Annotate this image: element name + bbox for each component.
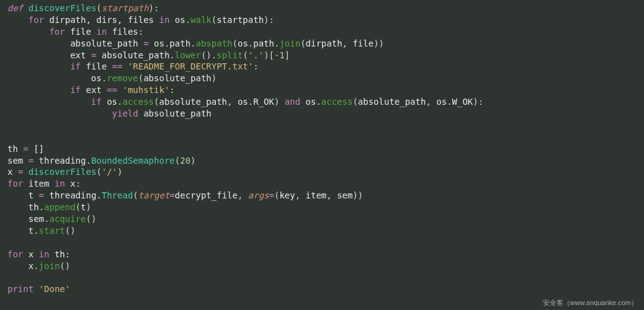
loop-var: item	[29, 179, 50, 188]
obj: x	[29, 261, 34, 271]
iterable: x	[70, 179, 75, 188]
src: absolute_path	[102, 50, 170, 60]
lhs: th	[7, 144, 18, 154]
module: os	[107, 97, 117, 107]
method-call: join	[279, 38, 300, 48]
attr: path	[253, 38, 274, 48]
string: '.'	[248, 50, 264, 60]
arg: dirpath	[306, 38, 342, 48]
arg: absolute_path	[159, 97, 227, 107]
method-call: access	[122, 97, 154, 107]
keyword-for: for	[7, 249, 23, 259]
obj: t	[29, 226, 34, 236]
op-eq: =	[29, 156, 34, 166]
lhs: ext	[86, 85, 101, 95]
arg: key	[279, 190, 295, 200]
method-call: abspath	[196, 38, 233, 48]
const: W_OK	[452, 97, 473, 107]
obj: th	[29, 202, 39, 212]
string: 'muhstik'	[122, 85, 169, 95]
keyword-and: and	[285, 97, 300, 107]
module: os	[154, 38, 164, 48]
lhs: x	[7, 167, 12, 177]
loop-var: file	[70, 27, 91, 37]
class-call: BoundedSemaphore	[91, 156, 175, 166]
keyword-for: for	[29, 15, 44, 25]
method-call: access	[321, 97, 353, 107]
module: os	[238, 97, 248, 107]
keyword-yield: yield	[112, 108, 138, 118]
arg: absolute_path	[143, 73, 212, 83]
module: os	[436, 97, 447, 107]
string: 'Done'	[39, 284, 71, 294]
obj: sem	[29, 214, 44, 224]
code-block: def discoverFiles(startpath): for dirpat…	[0, 0, 644, 295]
lhs: absolute_path	[70, 38, 138, 48]
function-name: discoverFiles	[29, 3, 97, 13]
method-call: split	[217, 50, 243, 60]
arg: sem	[337, 190, 352, 200]
number: -1	[274, 50, 285, 60]
value: absolute_path	[143, 108, 212, 118]
op-eqeq: ==	[107, 85, 117, 95]
iterable: th	[55, 249, 65, 259]
keyword-def: def	[7, 3, 23, 13]
method-call: remove	[107, 73, 138, 83]
func-call: discoverFiles	[29, 167, 97, 177]
lhs: file	[86, 61, 107, 71]
arg: file	[352, 38, 373, 48]
module: threading	[39, 156, 86, 166]
arg: item	[306, 190, 327, 200]
value: decrypt_file	[175, 190, 238, 200]
arg: t	[81, 202, 86, 212]
op-eq: =	[91, 50, 96, 60]
module: os	[91, 73, 102, 83]
const: R_OK	[253, 97, 274, 107]
iterable: files	[112, 27, 138, 37]
lhs: ext	[70, 50, 86, 60]
keyword-for: for	[49, 27, 65, 37]
keyword-in: in	[55, 179, 65, 188]
method-call: append	[44, 202, 76, 212]
lhs: sem	[7, 156, 23, 166]
keyword-in: in	[39, 249, 50, 259]
kwarg: args	[248, 190, 269, 200]
keyword-in: in	[159, 15, 169, 25]
arg: absolute_path	[358, 97, 426, 107]
lhs: t	[29, 190, 34, 200]
method-call: join	[39, 261, 60, 271]
method-call: start	[39, 226, 65, 236]
param: startpath	[102, 3, 149, 13]
op-eq: =	[18, 167, 23, 177]
keyword-if: if	[91, 97, 102, 107]
method-call: acquire	[49, 214, 86, 224]
keyword-if: if	[70, 61, 81, 71]
kwarg: target	[138, 190, 170, 200]
loop-vars: dirpath, dirs, files	[49, 15, 154, 25]
method-call: lower	[175, 50, 201, 60]
module: os	[306, 97, 316, 107]
class-call: Thread	[102, 190, 133, 200]
method-call: walk	[190, 15, 212, 25]
watermark: 安全客（www.anquanke.com）	[543, 298, 638, 308]
module: os	[238, 38, 248, 48]
number: 20	[180, 156, 190, 166]
op-eq: =	[23, 144, 28, 154]
keyword-for: for	[7, 179, 23, 188]
keyword-if: if	[70, 85, 81, 95]
attr: path	[169, 38, 190, 48]
op-eq: =	[143, 38, 148, 48]
module: os	[175, 15, 186, 25]
keyword-in: in	[96, 27, 107, 37]
keyword-print: print	[7, 284, 34, 294]
string: '/'	[102, 167, 117, 177]
loop-var: x	[29, 249, 34, 259]
op-eq: =	[39, 190, 44, 200]
arg: startpath	[217, 15, 264, 25]
op-eqeq: ==	[112, 61, 123, 71]
value: []	[34, 144, 44, 154]
module: threading	[49, 190, 96, 200]
string: 'README_FOR_DECRYPT.txt'	[128, 61, 253, 71]
